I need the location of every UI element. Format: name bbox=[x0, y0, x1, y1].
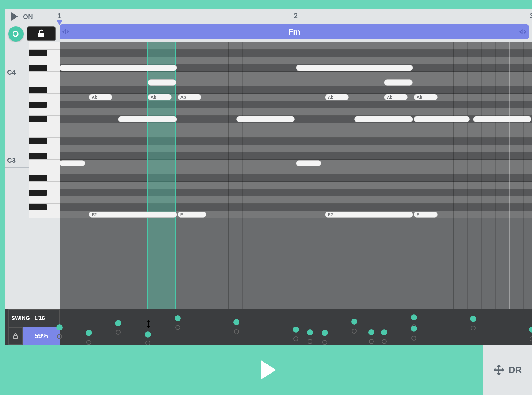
grid-line bbox=[257, 42, 257, 309]
grid-row[interactable] bbox=[60, 57, 532, 64]
velocity-marker[interactable] bbox=[56, 324, 63, 330]
velocity-marker[interactable] bbox=[411, 326, 417, 332]
piano-key[interactable] bbox=[29, 108, 60, 116]
piano-key-black[interactable] bbox=[29, 190, 47, 196]
grid-row[interactable] bbox=[60, 108, 532, 116]
midi-note[interactable]: Ab bbox=[178, 94, 201, 100]
piano-key[interactable] bbox=[29, 79, 60, 86]
app-frame: ON 123 Fm C4C3 AbAbAbAbAbAbF2FF2F SWING … bbox=[5, 9, 532, 395]
piano-key-black[interactable] bbox=[29, 116, 47, 122]
midi-note[interactable]: Ab bbox=[384, 94, 408, 100]
midi-note[interactable]: Ab bbox=[89, 94, 112, 100]
grid-row[interactable] bbox=[60, 189, 532, 196]
piano-key[interactable] bbox=[29, 145, 60, 152]
resize-left-icon[interactable] bbox=[62, 28, 69, 35]
piano-key-black[interactable] bbox=[29, 87, 47, 93]
piano-key[interactable] bbox=[29, 57, 60, 64]
piano-key[interactable] bbox=[29, 211, 60, 218]
velocity-marker[interactable] bbox=[115, 320, 121, 326]
velocity-marker[interactable] bbox=[322, 330, 328, 336]
grid-row[interactable] bbox=[60, 130, 532, 138]
grid-row[interactable] bbox=[60, 145, 532, 152]
midi-note[interactable]: Ab bbox=[325, 94, 348, 100]
midi-note[interactable]: F2 bbox=[325, 212, 413, 218]
grid-row[interactable] bbox=[60, 152, 532, 160]
piano-key-black[interactable] bbox=[29, 50, 47, 56]
midi-note[interactable] bbox=[118, 116, 177, 122]
velocity-marker[interactable] bbox=[86, 330, 92, 336]
drag-panel[interactable]: DR bbox=[483, 345, 532, 395]
midi-note[interactable]: Ab bbox=[414, 94, 437, 100]
piano-key[interactable] bbox=[29, 130, 60, 138]
velocity-marker[interactable] bbox=[233, 319, 239, 325]
velocity-lane[interactable]: SWING 1/16 59% bbox=[5, 309, 532, 345]
grid-row[interactable] bbox=[60, 196, 532, 204]
velocity-marker[interactable] bbox=[529, 327, 532, 333]
midi-note[interactable]: F bbox=[414, 212, 437, 218]
piano-key-black[interactable] bbox=[29, 204, 47, 210]
velocity-lock-button[interactable] bbox=[8, 327, 23, 345]
chord-block[interactable]: Fm bbox=[60, 24, 529, 39]
midi-note[interactable]: Ab bbox=[148, 94, 171, 100]
midi-note[interactable] bbox=[60, 160, 85, 166]
velocity-marker[interactable] bbox=[470, 316, 476, 322]
grid-row[interactable] bbox=[60, 101, 532, 108]
velocity-marker[interactable] bbox=[368, 329, 374, 335]
piano-key[interactable] bbox=[29, 123, 60, 130]
piano-key-black[interactable] bbox=[29, 138, 47, 144]
midi-note[interactable] bbox=[148, 79, 176, 86]
piano-key[interactable] bbox=[29, 94, 60, 101]
midi-note[interactable] bbox=[384, 79, 413, 86]
piano-key-black[interactable] bbox=[29, 175, 47, 181]
piano-roll-grid[interactable]: AbAbAbAbAbAbF2FF2F bbox=[60, 42, 532, 309]
grid-row[interactable] bbox=[60, 42, 532, 50]
grid-row[interactable] bbox=[60, 204, 532, 211]
swing-percent[interactable]: 59% bbox=[23, 327, 60, 345]
piano-key[interactable] bbox=[29, 167, 60, 174]
grid-row[interactable] bbox=[60, 72, 532, 79]
lock-toggle-button[interactable] bbox=[27, 26, 56, 41]
grid-row[interactable] bbox=[60, 182, 532, 189]
velocity-marker[interactable] bbox=[381, 329, 387, 335]
grid-row[interactable] bbox=[60, 123, 532, 130]
velocity-marker[interactable] bbox=[175, 315, 181, 321]
play-button[interactable] bbox=[261, 360, 276, 380]
velocity-marker[interactable] bbox=[411, 314, 417, 320]
piano-key[interactable] bbox=[29, 182, 60, 189]
piano-key-black[interactable] bbox=[29, 65, 47, 71]
midi-note[interactable] bbox=[414, 116, 470, 122]
midi-note[interactable]: F bbox=[178, 212, 206, 218]
velocity-marker[interactable] bbox=[307, 329, 313, 335]
velocity-marker[interactable] bbox=[145, 331, 151, 338]
grid-row[interactable] bbox=[60, 138, 532, 145]
midi-note[interactable] bbox=[60, 65, 177, 71]
velocity-marker[interactable] bbox=[293, 327, 299, 333]
play-button-small[interactable] bbox=[11, 12, 18, 21]
grid-row[interactable] bbox=[60, 86, 532, 94]
piano-key-black[interactable] bbox=[29, 102, 47, 108]
grid-row[interactable] bbox=[60, 167, 532, 174]
velocity-marker[interactable] bbox=[351, 319, 357, 325]
loop-tool-button[interactable] bbox=[8, 26, 24, 42]
midi-note[interactable] bbox=[473, 116, 532, 122]
piano-key[interactable] bbox=[29, 196, 60, 204]
key-label: C3 bbox=[7, 157, 16, 164]
grid-row[interactable] bbox=[60, 50, 532, 57]
midi-note[interactable] bbox=[296, 65, 413, 71]
midi-note[interactable] bbox=[354, 116, 413, 122]
grid-row[interactable] bbox=[60, 79, 532, 86]
swing-readout[interactable]: SWING 1/16 bbox=[8, 309, 60, 327]
midi-note[interactable]: F2 bbox=[89, 212, 177, 218]
resize-right-icon[interactable] bbox=[519, 28, 527, 35]
midi-note[interactable] bbox=[236, 116, 295, 122]
midi-note[interactable] bbox=[296, 160, 322, 166]
grid-row[interactable] bbox=[60, 174, 532, 182]
piano-key[interactable] bbox=[29, 160, 60, 167]
piano-keyboard[interactable] bbox=[29, 42, 60, 309]
playhead-line[interactable] bbox=[60, 42, 60, 309]
grid-row[interactable] bbox=[60, 94, 532, 101]
piano-key-black[interactable] bbox=[29, 153, 47, 159]
piano-key[interactable] bbox=[29, 42, 60, 50]
timeline-ruler[interactable]: ON 123 bbox=[5, 9, 532, 24]
piano-key[interactable] bbox=[29, 72, 60, 79]
